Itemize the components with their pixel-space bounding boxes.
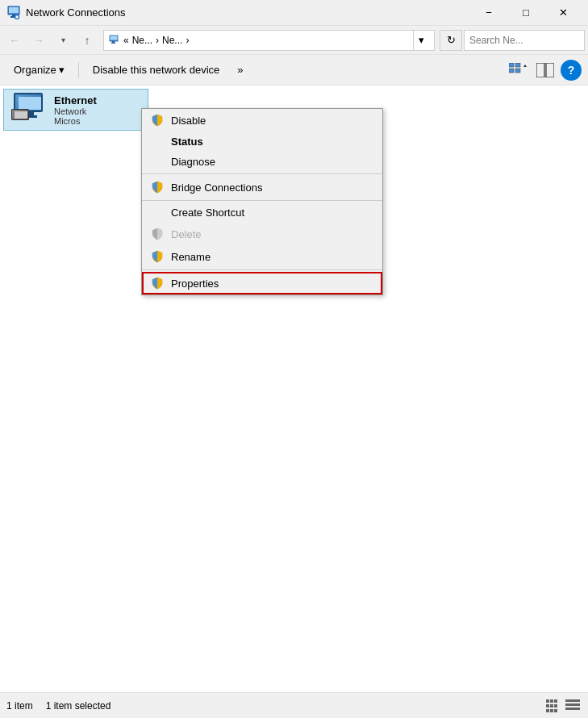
ethernet-line2: Network [54, 106, 97, 116]
ctx-disable-label: Disable [171, 115, 206, 127]
status-list-view-button[interactable] [564, 697, 582, 715]
selected-count: 1 item selected [46, 700, 111, 712]
pane-icon [536, 63, 554, 77]
address-bar: « Ne... › Ne... › ▾ [103, 30, 435, 51]
more-label: » [237, 64, 243, 76]
svg-rect-28 [565, 708, 580, 710]
refresh-button[interactable]: ↻ [440, 30, 462, 51]
svg-rect-21 [550, 704, 553, 708]
monitor-screen [19, 97, 41, 110]
svg-rect-26 [565, 699, 580, 702]
shield-icon-delete [150, 227, 165, 241]
svg-rect-22 [554, 704, 557, 708]
svg-rect-19 [554, 699, 557, 703]
ctx-properties[interactable]: Properties [142, 272, 382, 294]
ctx-bridge-label: Bridge Connections [171, 182, 262, 194]
dropdown-arrow-button[interactable]: ▾ [52, 29, 74, 52]
window-controls: − □ ✕ [470, 0, 582, 26]
view-options-button[interactable] [506, 60, 530, 81]
back-button[interactable]: ← [3, 29, 26, 52]
svg-rect-8 [112, 41, 115, 43]
title-bar-left: Network Connections [6, 6, 126, 20]
app-icon [6, 6, 21, 20]
shield-icon-disable [150, 113, 165, 127]
svg-rect-18 [550, 699, 553, 703]
maximize-button[interactable]: □ [507, 0, 544, 26]
svg-rect-27 [565, 703, 580, 706]
ctx-create-shortcut[interactable]: Create Shortcut [142, 202, 382, 223]
window-title: Network Connections [26, 6, 126, 19]
svg-rect-12 [509, 69, 514, 73]
svg-rect-11 [515, 63, 520, 67]
ctx-rename-label: Rename [171, 251, 211, 263]
ctx-delete-label: Delete [171, 228, 202, 240]
address-sep2: › [186, 35, 189, 46]
ctx-diagnose-label: Diagnose [171, 156, 215, 168]
svg-rect-17 [546, 699, 549, 703]
ctx-bridge[interactable]: Bridge Connections [142, 176, 382, 198]
minimize-button[interactable]: − [470, 0, 507, 26]
organize-button[interactable]: Organize ▾ [6, 60, 72, 80]
ctx-status-label: Status [171, 136, 203, 148]
status-left: 1 item 1 item selected [6, 700, 111, 712]
shield-icon-rename [150, 249, 165, 264]
ethernet-icon [9, 93, 48, 127]
ctx-sep-2 [142, 200, 382, 201]
svg-rect-23 [546, 709, 549, 712]
ethernet-line3: Micros [54, 116, 97, 126]
status-right [544, 697, 582, 715]
toolbar: Organize ▾ Disable this network device »… [0, 55, 588, 86]
nav-bar: ← → ▾ ↑ « Ne... › Ne... › ▾ ↻ [0, 26, 588, 55]
help-button[interactable]: ? [561, 60, 582, 81]
ethernet-item[interactable]: Ethernet Network Micros [3, 89, 148, 131]
ctx-delete: Delete [142, 223, 382, 245]
mon2-body [11, 109, 29, 120]
up-button[interactable]: ↑ [76, 29, 98, 52]
svg-rect-7 [111, 35, 118, 40]
toolbar-separator-1 [78, 62, 79, 78]
status-bar: 1 item 1 item selected [0, 692, 588, 718]
disable-label: Disable this network device [93, 64, 220, 76]
disable-button[interactable]: Disable this network device [85, 60, 227, 80]
svg-rect-16 [546, 63, 554, 77]
svg-rect-9 [111, 42, 115, 44]
list-view-icon [565, 699, 580, 712]
grid-view-icon [546, 699, 561, 712]
mon2-screen [15, 111, 27, 119]
address-dropdown-button[interactable]: ▾ [413, 30, 429, 51]
ctx-disable[interactable]: Disable [142, 109, 382, 131]
forward-button[interactable]: → [27, 29, 50, 52]
organize-arrow: ▾ [59, 64, 65, 76]
ctx-sep-3 [142, 269, 382, 270]
second-monitor [9, 109, 31, 127]
address-text: « [123, 35, 129, 46]
svg-rect-20 [546, 704, 549, 708]
address-bar-icon [109, 35, 120, 46]
search-input[interactable] [464, 30, 585, 51]
svg-marker-14 [523, 65, 527, 67]
view-icon [509, 63, 527, 77]
more-button[interactable]: » [230, 60, 250, 80]
context-menu: Disable Status Diagnose Bridge Connectio… [141, 108, 383, 295]
main-content: Ethernet Network Micros Disable Status [0, 86, 588, 692]
svg-rect-13 [515, 69, 520, 73]
ctx-sep-1 [142, 173, 382, 174]
ethernet-name: Ethernet [54, 94, 97, 106]
status-grid-view-button[interactable] [544, 697, 562, 715]
network-info: Ethernet Network Micros [54, 94, 97, 126]
close-button[interactable]: ✕ [544, 0, 582, 26]
svg-point-5 [16, 15, 19, 18]
ctx-diagnose[interactable]: Diagnose [142, 152, 382, 172]
view-toggle-button[interactable] [533, 60, 557, 81]
svg-rect-1 [9, 7, 19, 13]
ctx-shortcut-label: Create Shortcut [171, 207, 244, 219]
ctx-status[interactable]: Status [142, 131, 382, 152]
ctx-rename[interactable]: Rename [142, 245, 382, 268]
ctx-properties-label: Properties [171, 278, 219, 290]
organize-label: Organize [14, 64, 56, 76]
address-ne2: Ne... [162, 35, 182, 46]
item-count: 1 item [6, 700, 33, 712]
shield-icon-bridge [150, 180, 165, 194]
address-sep1: › [156, 35, 159, 46]
svg-rect-25 [554, 709, 557, 712]
